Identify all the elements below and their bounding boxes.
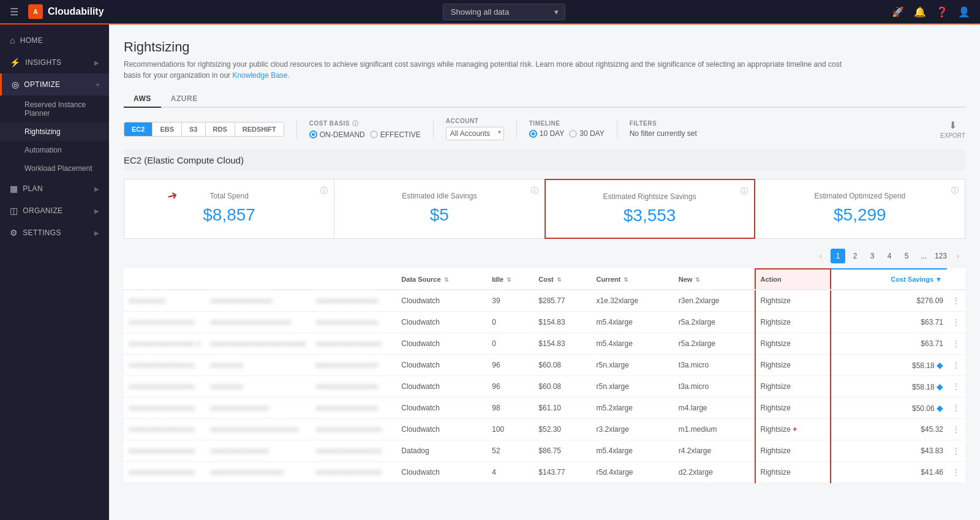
row-menu-icon-6[interactable]: ⋮ [952, 424, 960, 434]
tab-ebs[interactable]: EBS [153, 122, 182, 136]
sidebar-item-workload-placement[interactable]: Workload Placement [0, 159, 109, 178]
radio-effective[interactable] [370, 130, 378, 138]
page-button-last[interactable]: 123 [933, 249, 948, 263]
tab-redshift[interactable]: REDSHIFT [235, 122, 284, 136]
row-menu-icon-1[interactable]: ⋮ [952, 317, 960, 327]
cell-new-1[interactable]: r5a.2xlarge [674, 312, 755, 333]
tab-aws[interactable]: AWS [124, 91, 161, 108]
sidebar-item-insights[interactable]: ⚡ INSIGHTS ▶ [0, 51, 109, 73]
cost-basis-effective[interactable]: EFFECTIVE [370, 130, 421, 139]
cell-cost-4: $60.08 [533, 376, 591, 398]
chevron-down-icon: ▾ [96, 81, 99, 88]
cell-new-0[interactable]: r3en.2xlarge [674, 290, 755, 312]
knowledge-base-link[interactable]: Knowledge Base. [232, 71, 289, 80]
cell-col3-7: xxxxxxxxxxxxxxxxxx [311, 440, 396, 462]
metric-title-total-spend: Total Spend [137, 192, 322, 200]
col-header-cost-savings[interactable]: Cost Savings ▼ [831, 269, 947, 290]
tab-ec2[interactable]: EC2 [124, 122, 153, 136]
cell-menu-6[interactable]: ⋮ [947, 419, 965, 440]
page-button-4[interactable]: 4 [882, 249, 897, 263]
cell-new-6[interactable]: m1.medium [674, 419, 755, 440]
cell-current-6[interactable]: r3.2xlarge [591, 419, 673, 440]
data-scope-selector[interactable]: Showing all data [443, 4, 565, 20]
cell-menu-0[interactable]: ⋮ [947, 290, 965, 312]
sidebar-item-home[interactable]: ⌂ HOME [0, 29, 109, 51]
cell-menu-2[interactable]: ⋮ [947, 333, 965, 355]
cell-new-7[interactable]: r4.2xlarge [674, 440, 755, 462]
row-menu-icon-3[interactable]: ⋮ [952, 360, 960, 370]
page-button-1[interactable]: 1 [831, 249, 845, 263]
cell-new-8[interactable]: d2.2xlarge [674, 462, 755, 483]
export-button[interactable]: ⬇ EXPORT [940, 119, 965, 139]
cell-new-4[interactable]: t3a.micro [674, 376, 755, 398]
cell-current-1[interactable]: m5.4xlarge [591, 312, 673, 333]
user-icon[interactable]: 👤 [958, 6, 970, 18]
account-select[interactable]: All Accounts [446, 127, 504, 140]
sidebar-item-organize[interactable]: ◫ ORGANIZE ▶ [0, 200, 109, 222]
hamburger-menu[interactable]: ☰ [10, 6, 18, 18]
cell-current-0[interactable]: x1e.32xlarge [591, 290, 673, 312]
radio-on-demand[interactable] [309, 130, 317, 138]
col-header-idle[interactable]: Idle ⇅ [487, 269, 533, 290]
col-header-new[interactable]: New ⇅ [674, 269, 755, 290]
sidebar-item-settings[interactable]: ⚙ SETTINGS ▶ [0, 222, 109, 244]
cell-menu-1[interactable]: ⋮ [947, 312, 965, 333]
row-menu-icon-8[interactable]: ⋮ [952, 467, 960, 477]
sidebar-item-optimize[interactable]: ◎ OPTIMIZE ▾ [0, 73, 109, 96]
timeline-30day[interactable]: 30 DAY [569, 129, 604, 138]
cell-current-8[interactable]: r5d.4xlarge [591, 462, 673, 483]
row-menu-icon-0[interactable]: ⋮ [952, 296, 960, 306]
cell-cost-savings-7: $43.83 [831, 440, 947, 462]
page-title: Rightsizing [124, 39, 965, 55]
cell-menu-7[interactable]: ⋮ [947, 440, 965, 462]
row-menu-icon-5[interactable]: ⋮ [952, 403, 960, 413]
cell-new-2[interactable]: r5a.2xlarge [674, 333, 755, 355]
row-menu-icon-4[interactable]: ⋮ [952, 382, 960, 391]
rocket-icon[interactable]: 🚀 [892, 6, 904, 18]
cost-basis-on-demand[interactable]: ON-DEMAND [309, 130, 365, 139]
row-menu-icon-2[interactable]: ⋮ [952, 339, 960, 349]
cell-current-3[interactable]: r5n.xlarge [591, 355, 673, 376]
cell-current-4[interactable]: r5n.xlarge [591, 376, 673, 398]
next-page-button[interactable]: › [951, 249, 965, 263]
cell-col1-4: xxxxxxxxxxxxxxxxxx [124, 376, 205, 398]
help-icon[interactable]: ❓ [936, 6, 948, 18]
page-button-2[interactable]: 2 [848, 249, 862, 263]
sort-icon-new: ⇅ [695, 277, 700, 283]
radio-10day[interactable] [529, 130, 537, 138]
cell-data-source-4: Cloudwatch [396, 376, 487, 398]
cell-col2-6: xxxxxxxxxxxxxxxxxxxxxxxx [205, 419, 311, 440]
col-header-cost[interactable]: Cost ⇅ [533, 269, 591, 290]
cell-current-5[interactable]: m5.2xlarge [591, 398, 673, 419]
page-button-5[interactable]: 5 [899, 249, 914, 263]
metric-title-optimized-spend: Estimated Optimized Spend [767, 192, 952, 200]
filters-group: FILTERS No filter currently set [630, 120, 697, 138]
metric-title-rightsize-savings: Estimated Rightsize Savings [558, 192, 742, 201]
cell-cost-savings-0: $276.09 [831, 290, 947, 312]
sidebar-item-reserved-instance-planner[interactable]: Reserved Instance Planner [0, 96, 109, 122]
cell-menu-4[interactable]: ⋮ [947, 376, 965, 398]
tab-azure[interactable]: AZURE [161, 91, 208, 108]
tab-rds[interactable]: RDS [206, 122, 235, 136]
col-header-data-source[interactable]: Data Source ⇅ [396, 269, 487, 290]
cell-current-7[interactable]: m5.4xlarge [591, 440, 673, 462]
timeline-10day[interactable]: 10 DAY [529, 129, 564, 138]
cell-data-source-0: Cloudwatch [396, 290, 487, 312]
cell-current-2[interactable]: m5.4xlarge [591, 333, 673, 355]
metric-title-idle-savings: Estimated Idle Savings [347, 192, 532, 200]
cell-menu-5[interactable]: ⋮ [947, 398, 965, 419]
row-menu-icon-7[interactable]: ⋮ [952, 446, 960, 456]
page-button-3[interactable]: 3 [865, 249, 880, 263]
sidebar-item-rightsizing[interactable]: Rightsizing [0, 122, 109, 141]
cell-new-5[interactable]: m4.large [674, 398, 755, 419]
cell-new-3[interactable]: t3a.micro [674, 355, 755, 376]
cell-menu-8[interactable]: ⋮ [947, 462, 965, 483]
cell-menu-3[interactable]: ⋮ [947, 355, 965, 376]
prev-page-button[interactable]: ‹ [813, 249, 828, 263]
sidebar-item-plan[interactable]: ▦ PLAN ▶ [0, 178, 109, 200]
tab-s3[interactable]: S3 [182, 122, 205, 136]
bell-icon[interactable]: 🔔 [914, 6, 926, 18]
radio-30day[interactable] [569, 130, 577, 138]
col-header-current[interactable]: Current ⇅ [591, 269, 673, 290]
sidebar-item-automation[interactable]: Automation [0, 141, 109, 159]
